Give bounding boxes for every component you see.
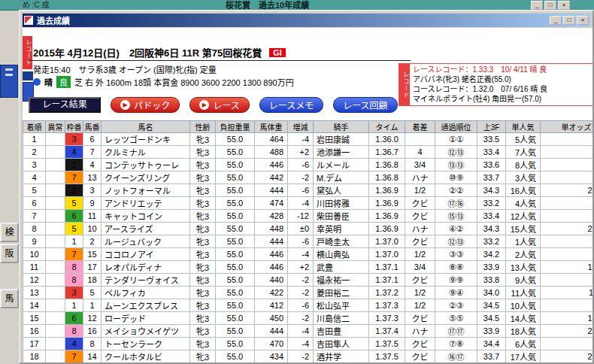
result-row[interactable]: 5 2 3 ノットフォーマル 牝3 55.0 444 -6 黛弘人 1.36.9…: [23, 184, 593, 197]
horse-name[interactable]: レオパルディナ: [102, 261, 190, 274]
race-review-button[interactable]: レース回顧: [333, 97, 397, 113]
weather-label: 晴: [44, 76, 53, 88]
horse-name[interactable]: コンテッサトゥーレ: [102, 159, 190, 171]
result-row[interactable]: 12 8 18 テンダリーヴォイス 牝3 55.0 440 -2 福永祐一 1.…: [23, 274, 593, 287]
jockey-name[interactable]: ルメール: [314, 159, 369, 171]
carried-weight: 55.0: [216, 223, 255, 235]
jockey-name[interactable]: 川島信二: [314, 312, 369, 325]
result-row[interactable]: 6 5 9 アンドリエッテ 牝3 55.0 474 -4 川田将雅 1.36.9…: [23, 197, 593, 210]
jockey-name[interactable]: 吉田隼人: [314, 338, 369, 350]
paddock-button[interactable]: ▶ パドック: [111, 97, 180, 113]
record-side-tab[interactable]: レコード: [23, 36, 32, 69]
result-row[interactable]: 18 7 14 クールホタルビ 牝3 55.0 434 -2 酒井学 1.37.…: [23, 350, 593, 363]
horse-name[interactable]: キャットコイン: [102, 210, 190, 223]
horse-name[interactable]: アンドリエッテ: [102, 197, 190, 210]
result-row[interactable]: 11 8 17 レオパルディナ 牝3 55.0 446 +2 武豊 1.37.1…: [23, 261, 593, 274]
close-button[interactable]: ×: [577, 16, 589, 25]
jockey-name[interactable]: 柴田善臣: [314, 210, 369, 223]
race-record-holder: アパパネ(牝3) 蛯名正義(55.0): [413, 74, 547, 84]
result-row[interactable]: 7 6 11 キャットコイン 牝3 55.0 428 -12 柴田善臣 1.36…: [23, 210, 593, 223]
abnormality: [46, 248, 65, 261]
horse-name[interactable]: トーセンラーク: [102, 338, 190, 350]
body-weight: 444: [255, 235, 288, 248]
result-row[interactable]: 3 2 4 コンテッサトゥーレ 牝3 55.0 446 -6 ルメール 1.36…: [23, 159, 593, 171]
jockey-name[interactable]: 松山弘平: [314, 299, 369, 312]
abnormality: [46, 350, 65, 363]
jockey-name[interactable]: 川田将雅: [314, 197, 369, 210]
horse-name[interactable]: ペルフィカ: [102, 287, 190, 299]
sex-age: 牝3: [190, 133, 216, 146]
jockey-name[interactable]: 武豊: [314, 261, 369, 274]
horse-name[interactable]: レッツゴードンキ: [102, 133, 190, 146]
jockey-name[interactable]: 酒井学: [314, 350, 369, 363]
win-popularity: 7人気: [506, 146, 541, 159]
result-row[interactable]: 10 7 15 ココロノアイ 牝3 55.0 446 -4 横山典弘 1.37.…: [23, 248, 593, 261]
horse-name[interactable]: メイショウメイゲツ: [102, 325, 190, 338]
result-row[interactable]: 13 3 5 ペルフィカ 牝3 55.0 422 -2 菱田裕二 1.37.2 …: [23, 287, 593, 299]
jockey-name[interactable]: 横山典弘: [314, 248, 369, 261]
horse-number: 10: [83, 223, 102, 235]
result-row[interactable]: 4 7 13 クイーンズリング 牝3 55.0 442 -2 M.デム 1.36…: [23, 171, 593, 184]
jockey-name[interactable]: 福永祐一: [314, 274, 369, 287]
carried-weight: 55.0: [216, 325, 255, 338]
horse-name[interactable]: クルミナル: [102, 146, 190, 159]
race-conditions: 発走15:40 サラ系3歳 オープン (国際)牝(指) 定量: [33, 63, 217, 75]
result-row[interactable]: 16 8 16 メイショウメイゲツ 牝3 55.0 444 -4 吉田豊 1.3…: [23, 325, 593, 338]
result-row[interactable]: 17 4 8 トーセンラーク 牝3 55.0 470 -4 吉田隼人 1.37.…: [23, 338, 593, 350]
horse-name[interactable]: ムーンエクスプレス: [102, 299, 190, 312]
win-odds: 23.4: [541, 159, 593, 171]
back-minimize-button[interactable]: _: [531, 1, 543, 10]
course-record-line: コースレコード：1.32.0 07/ 6/16 晴 良: [413, 84, 547, 94]
result-row[interactable]: 15 6 12 ローデッド 牝3 55.0 450 -2 川島信二 1.37.3…: [23, 312, 593, 325]
result-row[interactable]: 8 5 10 アースライズ 牝3 55.0 448 ±0 幸英明 1.36.9 …: [23, 223, 593, 235]
win-odds: 219.7: [541, 223, 593, 235]
side-tab-kensaku[interactable]: 検: [0, 223, 19, 242]
back-maximize-button[interactable]: □: [544, 1, 556, 10]
horse-name[interactable]: ルージュバック: [102, 235, 190, 248]
side-tab-uma[interactable]: 馬: [0, 289, 19, 308]
jockey-name[interactable]: 菱田裕二: [314, 287, 369, 299]
horse-name[interactable]: ローデッド: [102, 312, 190, 325]
jockey-name[interactable]: M.デム: [314, 171, 369, 184]
finish-position: 9: [23, 235, 46, 248]
minimize-button[interactable]: _: [550, 16, 562, 25]
body-weight: 464: [255, 133, 288, 146]
horse-name[interactable]: テンダリーヴォイス: [102, 274, 190, 287]
race-memo-button[interactable]: レースメモ: [259, 97, 323, 113]
horse-number: 18: [83, 274, 102, 287]
jockey-name[interactable]: 戸崎圭太: [314, 235, 369, 248]
horse-name[interactable]: ココロノアイ: [102, 248, 190, 261]
win-popularity: 13人気: [506, 261, 541, 274]
carried-weight: 55.0: [216, 350, 255, 363]
result-row[interactable]: 9 1 2 ルージュバック 牝3 55.0 444 -6 戸崎圭太 1.37.0…: [23, 235, 593, 248]
horse-name[interactable]: クールホタルビ: [102, 350, 190, 363]
column-header: 通過順位: [435, 121, 477, 133]
race-result-button[interactable]: レース結果: [29, 97, 101, 113]
result-row[interactable]: 2 4 7 クルミナル 牝3 55.0 488 +2 池添謙一 1.36.7 4…: [23, 146, 593, 159]
side-tab-hanshin[interactable]: 阪: [0, 244, 19, 263]
win-odds: 111.7: [541, 287, 593, 299]
jockey-name[interactable]: 池添謙一: [314, 146, 369, 159]
finish-position: 17: [23, 338, 46, 350]
body-weight: 440: [255, 274, 288, 287]
last-3f: 33.2: [477, 235, 506, 248]
maximize-button[interactable]: □: [563, 16, 575, 25]
back-close-button[interactable]: ×: [558, 1, 570, 10]
win-odds: 51.9: [541, 299, 593, 312]
result-row[interactable]: 14 1 1 ムーンエクスプレス 牝3 55.0 412 -6 松山弘平 1.3…: [23, 299, 593, 312]
jockey-name[interactable]: 吉田豊: [314, 325, 369, 338]
horse-name[interactable]: クイーンズリング: [102, 171, 190, 184]
jockey-name[interactable]: 黛弘人: [314, 184, 369, 197]
jockey-name[interactable]: 幸英明: [314, 223, 369, 235]
frame-number: 4: [65, 338, 83, 350]
finish-position: 13: [23, 287, 46, 299]
finish-position: 1: [23, 133, 46, 146]
result-row[interactable]: 1 3 6 レッツゴードンキ 牝3 55.0 464 -4 岩田康誠 1.36.…: [23, 133, 593, 146]
abnormality: [46, 299, 65, 312]
horse-name[interactable]: アースライズ: [102, 223, 190, 235]
jockey-name[interactable]: 岩田康誠: [314, 133, 369, 146]
title-bar[interactable]: 過去成績 _ □ ×: [23, 14, 590, 27]
race-video-button[interactable]: ▶ レース: [189, 97, 249, 113]
passing-order: ⑨⑨: [435, 274, 477, 287]
horse-name[interactable]: ノットフォーマル: [102, 184, 190, 197]
